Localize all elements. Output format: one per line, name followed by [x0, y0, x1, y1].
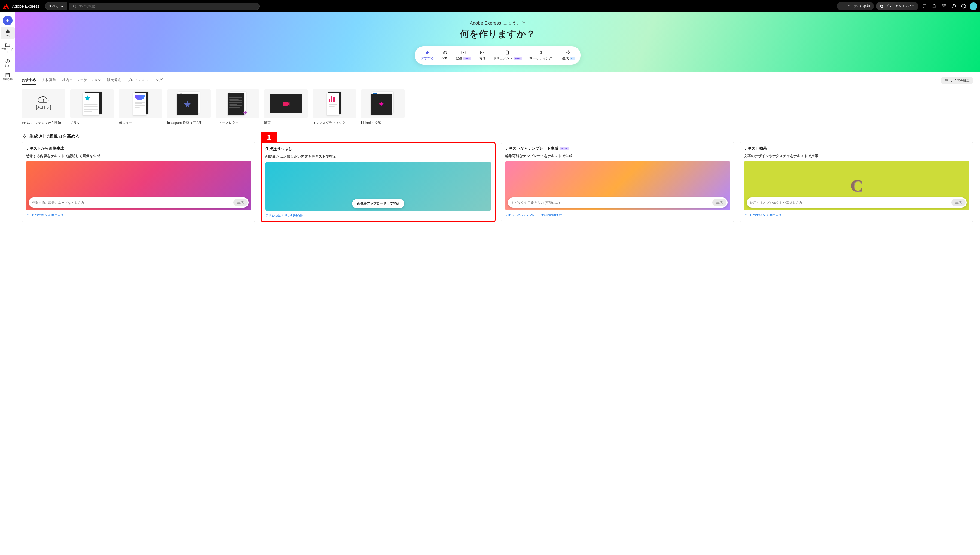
- template-label: 動画: [264, 120, 308, 125]
- genai-card[interactable]: テキスト効果文字のデザインやテクスチャをテキストで指示C 生成アドビの生成 AI…: [740, 142, 974, 222]
- template-label: ニュースレター: [216, 120, 259, 125]
- search-scope-dropdown[interactable]: すべて: [45, 2, 67, 10]
- template-tile[interactable]: インフォグラフィック: [312, 89, 356, 125]
- svg-rect-3: [944, 4, 945, 5]
- search-input-wrap[interactable]: [69, 3, 260, 10]
- feedback-icon[interactable]: [921, 2, 928, 10]
- category-tab-star[interactable]: おすすめ: [417, 48, 437, 63]
- genai-card[interactable]: テキストからテンプレート生成BETA編集可能なテンプレートをテキストで生成 生成…: [501, 142, 735, 222]
- svg-rect-2: [942, 4, 943, 5]
- sub-tab[interactable]: 社内コミュニケーション: [62, 76, 101, 85]
- genai-cards-row: テキストから画像生成想像する内容をテキストで記述して画像を生成 生成アドビの生成…: [15, 142, 980, 229]
- genai-terms-link[interactable]: テキストからテンプレート生成の利用条件: [505, 213, 730, 217]
- category-tab-bar: おすすめ SNS 動画NEW 写真 ドキュメントNEW マーケティング 生成AI: [415, 46, 581, 64]
- genai-prompt-input[interactable]: [750, 201, 951, 205]
- svg-point-15: [481, 52, 482, 52]
- svg-rect-7: [945, 6, 946, 7]
- genai-card-title: テキスト効果: [744, 146, 969, 151]
- letter-c-sample: C: [850, 176, 863, 196]
- category-tab-thumb[interactable]: SNS: [437, 48, 452, 63]
- genai-card-subtitle: 想像する内容をテキストで記述して画像を生成: [26, 154, 251, 159]
- search-input[interactable]: [79, 4, 256, 8]
- sub-tab[interactable]: 販売促進: [107, 76, 121, 85]
- template-tile[interactable]: ポスター: [119, 89, 162, 125]
- template-tile[interactable]: ニュースレター: [216, 89, 259, 125]
- svg-rect-12: [6, 73, 9, 77]
- doc-icon: [505, 50, 510, 55]
- template-card-art: in: [361, 89, 405, 119]
- sub-tab[interactable]: おすすめ: [22, 76, 36, 85]
- svg-rect-21: [45, 105, 51, 110]
- genai-section-title: 生成 AI で想像力を高める: [15, 132, 980, 142]
- genai-prompt-input[interactable]: [32, 201, 233, 205]
- category-label: おすすめ: [421, 56, 434, 61]
- sidebar-item-explore[interactable]: 探す: [0, 57, 15, 69]
- category-tab-gen[interactable]: 生成AI: [559, 48, 578, 63]
- category-label: マーケティング: [529, 56, 552, 61]
- template-card-art: [264, 89, 308, 119]
- thumb-icon: [442, 50, 447, 55]
- custom-size-button[interactable]: サイズを指定: [941, 77, 974, 84]
- genai-prompt-input-wrap: 生成: [747, 197, 967, 207]
- content-area: Adobe Express にようこそ 何を作りますか？ おすすめ SNS 動画…: [15, 12, 980, 555]
- cc-icon[interactable]: [960, 2, 967, 10]
- template-card-art: [70, 89, 114, 119]
- genai-terms-link[interactable]: アドビの生成 AI の利用条件: [266, 213, 491, 218]
- apps-grid-icon[interactable]: [940, 2, 948, 10]
- genai-terms-link[interactable]: アドビの生成 AI の利用条件: [744, 213, 969, 217]
- template-card-art: [312, 89, 356, 119]
- notifications-icon[interactable]: [930, 2, 938, 10]
- template-tile[interactable]: 自分のコンテンツから開始: [22, 89, 66, 125]
- help-icon[interactable]: ?: [950, 2, 958, 10]
- premium-button[interactable]: プレミアムメンバー: [876, 2, 918, 10]
- category-label: SNS: [441, 56, 448, 60]
- template-card-art: [167, 89, 211, 119]
- community-button[interactable]: コミュニティに参加: [837, 2, 874, 10]
- template-tile[interactable]: Instagram 投稿（正方形）: [167, 89, 211, 125]
- top-bar: Adobe Express すべて コミュニティに参加 プレミアムメンバー ?: [0, 0, 980, 12]
- category-tab-photo[interactable]: 写真: [475, 48, 489, 63]
- template-label: Instagram 投稿（正方形）: [167, 120, 211, 125]
- genai-prompt-input[interactable]: [511, 201, 713, 205]
- topbar-right: コミュニティに参加 プレミアムメンバー ?: [837, 2, 977, 10]
- generate-button[interactable]: 生成: [233, 199, 248, 207]
- user-avatar[interactable]: [970, 2, 977, 10]
- template-label: LinkedIn 投稿: [361, 120, 405, 125]
- genai-terms-link[interactable]: アドビの生成 AI の利用条件: [26, 213, 251, 217]
- genai-card[interactable]: テキストから画像生成想像する内容をテキストで記述して画像を生成 生成アドビの生成…: [22, 142, 255, 222]
- template-label: 自分のコンテンツから開始: [22, 120, 66, 125]
- category-tab-doc[interactable]: ドキュメントNEW: [489, 48, 525, 63]
- welcome-text: Adobe Express にようこそ: [470, 20, 525, 26]
- template-tile[interactable]: 動画: [264, 89, 308, 125]
- explore-icon: [5, 59, 10, 64]
- generate-button[interactable]: 生成: [951, 199, 966, 207]
- genai-card-image: C 生成: [744, 161, 969, 210]
- category-tab-video[interactable]: 動画NEW: [452, 48, 475, 63]
- template-tile[interactable]: チラシ: [70, 89, 114, 125]
- upload-image-button[interactable]: 画像をアップロードして開始: [352, 199, 404, 208]
- calendar-icon: [5, 72, 10, 78]
- sub-tab[interactable]: ブレインストーミング: [127, 76, 163, 85]
- sidebar-item-label: 探す: [5, 64, 10, 67]
- hero-headline: 何を作りますか？: [460, 28, 535, 40]
- category-tab-mega[interactable]: マーケティング: [525, 48, 556, 63]
- template-row: 自分のコンテンツから開始チラシポスターInstagram 投稿（正方形）ニュース…: [15, 86, 980, 132]
- sidebar-item-projects[interactable]: プロジェクト: [0, 40, 15, 55]
- sub-tab[interactable]: 人材募集: [42, 76, 56, 85]
- search-icon: [73, 4, 77, 8]
- sidebar-item-home[interactable]: ホーム: [0, 27, 15, 39]
- genai-card-image: 生成: [505, 161, 730, 210]
- generate-button[interactable]: 生成: [713, 199, 727, 207]
- sidebar-item-schedule[interactable]: 投稿予約: [0, 71, 15, 82]
- svg-point-0: [73, 5, 75, 7]
- hero-banner: Adobe Express にようこそ 何を作りますか？ おすすめ SNS 動画…: [15, 12, 980, 72]
- category-label: 生成: [562, 56, 569, 61]
- app-name: Adobe Express: [12, 4, 40, 8]
- svg-rect-5: [942, 6, 943, 7]
- photo-icon: [480, 50, 485, 55]
- svg-rect-24: [283, 101, 288, 106]
- logo-area: Adobe Express: [3, 3, 40, 10]
- create-new-button[interactable]: +: [3, 16, 13, 25]
- genai-card[interactable]: 1生成塗りつぶし削除または追加したい内容をテキストで指示画像をアップロードして開…: [261, 142, 496, 222]
- template-tile[interactable]: inLinkedIn 投稿: [361, 89, 405, 125]
